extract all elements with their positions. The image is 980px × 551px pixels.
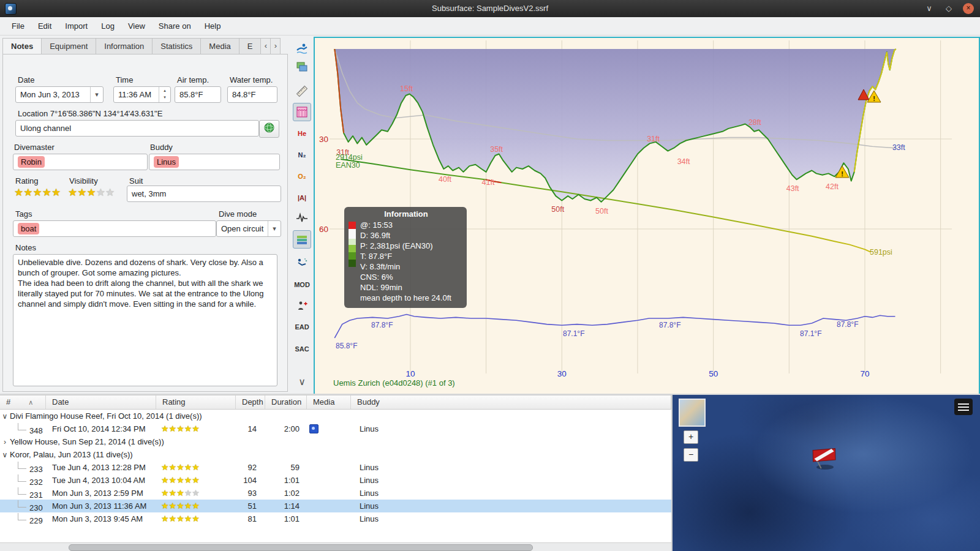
column-header-depth[interactable]: Depth bbox=[236, 395, 265, 409]
oxygen-graph-icon[interactable]: O₂ bbox=[293, 167, 311, 186]
dive-date: Mon Jun 3, 2013 11:36 AM bbox=[46, 501, 156, 511]
svg-text:EAN30: EAN30 bbox=[336, 161, 360, 170]
dive-row-348[interactable]: 348Fri Oct 10, 2014 12:34 PM★★★★★142:00L… bbox=[0, 422, 671, 435]
info-box-line: mean depth to here 24.0ft bbox=[360, 293, 462, 303]
sac-person-icon[interactable] bbox=[293, 297, 311, 315]
dive-list: # ∧DateRatingDepthDurationMediaBuddy ∨Di… bbox=[0, 395, 671, 551]
sac-icon[interactable]: SAC bbox=[293, 340, 311, 358]
dive-profile-panel[interactable]: 31ft15ft40ft41ft35ft50ft50ft31ft34ft28ft… bbox=[314, 37, 980, 397]
divemaster-field[interactable]: Robin bbox=[13, 154, 148, 170]
tags-field[interactable]: boat bbox=[13, 220, 216, 237]
maximize-button[interactable]: ◇ bbox=[943, 3, 954, 14]
dc-ceiling-icon[interactable] bbox=[293, 103, 311, 121]
dive-depth: 14 bbox=[236, 424, 265, 433]
scrollbar-handle[interactable] bbox=[69, 544, 533, 551]
nitrogen-graph-icon[interactable]: N₂ bbox=[293, 146, 311, 164]
media-icon[interactable] bbox=[309, 424, 318, 433]
date-field[interactable]: Mon Jun 3, 2013▾ bbox=[15, 86, 104, 103]
map-panel[interactable]: + − bbox=[673, 395, 980, 551]
expand-arrow-icon[interactable]: › bbox=[0, 438, 10, 446]
column-header-rating[interactable]: Rating bbox=[156, 395, 236, 409]
minimize-button[interactable]: ∨ bbox=[924, 3, 935, 14]
tab-media[interactable]: Media bbox=[201, 38, 239, 55]
suit-field[interactable]: wet, 3mm bbox=[127, 186, 281, 202]
star-icon: ★ bbox=[51, 187, 61, 198]
notes-textarea[interactable] bbox=[13, 254, 277, 386]
dive-trip-row[interactable]: ∨Koror, Palau, Jun 2013 (11 dive(s)) bbox=[0, 448, 671, 461]
menu-edit[interactable]: Edit bbox=[31, 19, 58, 33]
menu-file[interactable]: File bbox=[5, 19, 31, 33]
dive-rating: ★★★★★ bbox=[156, 463, 236, 472]
zoom-in-button[interactable]: + bbox=[684, 430, 698, 444]
column-header-duration[interactable]: Duration bbox=[265, 395, 307, 409]
ruler-icon[interactable] bbox=[293, 82, 311, 100]
calculated-ceiling-icon[interactable] bbox=[293, 253, 311, 272]
photos-icon[interactable] bbox=[293, 58, 311, 76]
tab-statistics[interactable]: Statistics bbox=[153, 38, 201, 55]
rating-stars[interactable]: ★★★★★ bbox=[14, 187, 61, 198]
chevron-down-icon[interactable]: ▾ bbox=[268, 221, 281, 236]
air-tissue-icon[interactable]: |A| bbox=[293, 189, 311, 207]
star-icon: ★ bbox=[176, 424, 184, 433]
spinner-arrows-icon[interactable]: ▴▾ bbox=[159, 87, 170, 102]
location-field[interactable]: Ulong channel bbox=[15, 120, 259, 137]
menu-log[interactable]: Log bbox=[94, 19, 121, 33]
buddy-field[interactable]: Linus bbox=[149, 154, 280, 170]
tank-bar-icon[interactable] bbox=[293, 230, 311, 249]
svg-text:30: 30 bbox=[319, 135, 328, 144]
ead-icon[interactable]: EAD bbox=[293, 318, 311, 336]
tab-equipment[interactable]: Equipment bbox=[42, 38, 96, 55]
chevron-down-icon[interactable]: ▾ bbox=[90, 87, 103, 102]
dive-number: 230 bbox=[29, 503, 43, 512]
dive-trip-row[interactable]: ›Yellow House, Sun Sep 21, 2014 (1 dive(… bbox=[0, 435, 671, 448]
menu-view[interactable]: View bbox=[121, 19, 152, 33]
tree-branch bbox=[18, 500, 26, 508]
heart-rate-icon[interactable] bbox=[293, 208, 311, 227]
menu-share-on[interactable]: Share on bbox=[152, 19, 198, 33]
dive-computer-label: Uemis Zurich (e04d0248) (#1 of 3) bbox=[333, 378, 455, 388]
column-header-num[interactable]: # ∧ bbox=[0, 395, 46, 409]
dive-row-230[interactable]: 230Mon Jun 3, 2013 11:36 AM★★★★★511:14Li… bbox=[0, 500, 671, 512]
minimap-overview[interactable] bbox=[679, 399, 706, 427]
column-header-buddy[interactable]: Buddy bbox=[351, 395, 671, 409]
close-button[interactable]: × bbox=[963, 3, 974, 14]
column-header-date[interactable]: Date bbox=[46, 395, 156, 409]
swimmer-icon[interactable] bbox=[293, 39, 311, 58]
tree-branch bbox=[18, 423, 26, 430]
water-temp-field[interactable]: 84.8°F bbox=[227, 86, 277, 103]
svg-text:33ft: 33ft bbox=[892, 143, 905, 152]
visibility-stars[interactable]: ★★★★★ bbox=[68, 187, 115, 198]
visibility-label: Visibility bbox=[69, 176, 98, 186]
svg-text:31ft: 31ft bbox=[647, 135, 660, 143]
map-globe-button[interactable] bbox=[259, 120, 279, 138]
tab-information[interactable]: Information bbox=[96, 38, 153, 55]
dive-row-233[interactable]: 233Tue Jun 4, 2013 12:28 PM★★★★★9259Linu… bbox=[0, 461, 671, 474]
dive-row-231[interactable]: 231Mon Jun 3, 2013 2:59 PM★★★★★931:02Lin… bbox=[0, 487, 671, 500]
zoom-out-button[interactable]: − bbox=[684, 448, 698, 462]
toolbar-scroll-down-icon[interactable]: ∨ bbox=[293, 372, 311, 391]
tab-e[interactable]: E bbox=[239, 38, 262, 55]
dive-list-header[interactable]: # ∧DateRatingDepthDurationMediaBuddy bbox=[0, 395, 671, 410]
air-temp-field[interactable]: 85.8°F bbox=[175, 86, 221, 103]
star-icon: ★ bbox=[33, 187, 42, 198]
dive-mode-select[interactable]: Open circuit▾ bbox=[216, 220, 281, 237]
tab-scroll-right[interactable]: › bbox=[271, 38, 281, 55]
tag-chip: boat bbox=[18, 223, 39, 234]
dive-row-232[interactable]: 232Tue Jun 4, 2013 10:04 AM★★★★★1041:01L… bbox=[0, 474, 671, 487]
helium-graph-icon[interactable]: He bbox=[293, 124, 311, 143]
map-menu-button[interactable] bbox=[954, 399, 973, 415]
dive-row-229[interactable]: 229Mon Jun 3, 2013 9:45 AM★★★★★811:01Lin… bbox=[0, 512, 671, 525]
menu-help[interactable]: Help bbox=[198, 19, 228, 33]
time-field[interactable]: 11:36 AM ▴▾ bbox=[113, 86, 171, 103]
column-header-media[interactable]: Media bbox=[307, 395, 351, 409]
menu-import[interactable]: Import bbox=[58, 19, 94, 33]
star-icon: ★ bbox=[176, 463, 184, 472]
collapse-arrow-icon[interactable]: ∨ bbox=[0, 451, 10, 459]
mod-icon[interactable]: MOD bbox=[293, 276, 311, 294]
collapse-arrow-icon[interactable]: ∨ bbox=[0, 412, 10, 421]
tab-notes[interactable]: Notes bbox=[2, 38, 42, 55]
horizontal-scrollbar[interactable] bbox=[0, 542, 671, 551]
tab-scroll-left[interactable]: ‹ bbox=[261, 38, 271, 55]
dive-flag-marker[interactable] bbox=[809, 443, 842, 473]
dive-trip-row[interactable]: ∨Divi Flamingo House Reef, Fri Oct 10, 2… bbox=[0, 410, 671, 422]
